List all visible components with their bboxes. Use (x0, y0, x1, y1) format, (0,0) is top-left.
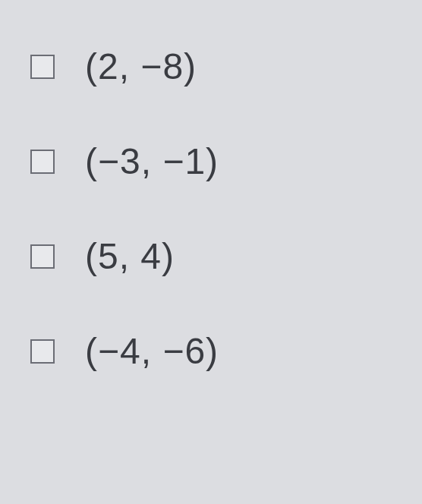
option-label-3: (5, 4) (85, 235, 175, 277)
option-label-1: (2, −8) (85, 46, 197, 87)
checkbox-option-1[interactable] (30, 55, 55, 79)
option-row-4: (−4, −6) (30, 330, 392, 372)
option-label-2: (−3, −1) (85, 140, 219, 182)
option-row-3: (5, 4) (30, 235, 392, 277)
checkbox-option-4[interactable] (30, 339, 55, 364)
option-row-1: (2, −8) (30, 46, 392, 87)
option-label-4: (−4, −6) (85, 330, 219, 372)
checkbox-option-3[interactable] (30, 244, 55, 269)
option-row-2: (−3, −1) (30, 140, 392, 182)
checkbox-option-2[interactable] (30, 150, 55, 174)
